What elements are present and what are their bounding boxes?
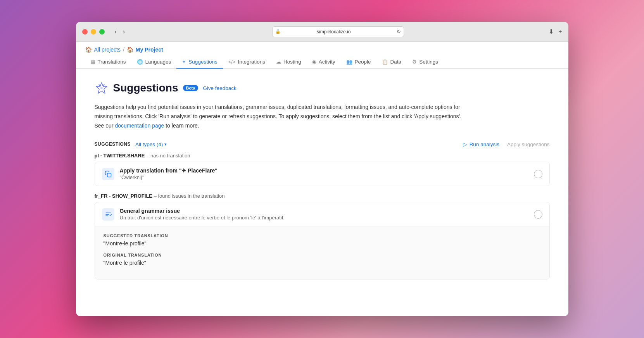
tab-translations[interactable]: ▦ Translations: [85, 56, 131, 69]
project-icon: 🏠: [127, 47, 133, 53]
page-title: Suggestions: [113, 82, 178, 94]
traffic-lights: [82, 29, 105, 34]
suggested-translation-value: "Montre-le profile": [104, 240, 541, 247]
run-analysis-label: Run analysis: [470, 141, 499, 147]
suggestion-item-2-text: General grammar issue Un trait d'union e…: [120, 208, 528, 221]
tab-people-label: People: [355, 59, 371, 65]
tab-activity-label: Activity: [319, 59, 335, 65]
suggested-translation-section: SUGGESTED TRANSLATION "Montre-le profile…: [104, 233, 541, 247]
browser-content: 🏠 All projects / 🏠 My Project ▦ Translat…: [76, 42, 568, 316]
suggestion-card-2: General grammar issue Un trait d'union e…: [95, 202, 550, 279]
filter-label: All types (4): [135, 141, 163, 147]
url-input[interactable]: [272, 26, 404, 37]
home-icon: 🏠: [85, 47, 92, 53]
locale-key-2: fr_FR - SHOW_PROFILE: [95, 193, 153, 199]
description-end-text: to learn more.: [166, 122, 199, 129]
suggestion-item-1-title: Apply translation from "✈ PlaceFlare": [120, 167, 528, 174]
suggestion-item-2-desc: Un trait d'union est nécessaire entre le…: [120, 215, 528, 221]
tab-suggestions-label: Suggestions: [188, 59, 217, 65]
download-button[interactable]: ⬇: [549, 28, 554, 35]
suggestion-group-1: pl - TWITTER.SHARE – has no translation …: [95, 153, 550, 186]
minimize-button[interactable]: [91, 29, 96, 34]
suggestions-section-label: SUGGESTIONS: [95, 141, 131, 147]
tab-integrations[interactable]: </> Integrations: [223, 56, 271, 69]
chevron-down-icon: ▾: [164, 142, 167, 147]
lock-icon: 🔒: [275, 29, 281, 34]
tab-data[interactable]: 📋 Data: [376, 56, 407, 69]
suggestion-item-1-text: Apply translation from "✈ PlaceFlare" "Ć…: [120, 167, 528, 180]
original-translation-value: "Montre le profile": [104, 260, 541, 266]
languages-icon: 🌐: [137, 59, 143, 65]
fullscreen-button[interactable]: [99, 29, 105, 34]
new-tab-button[interactable]: +: [558, 28, 562, 35]
settings-icon: ⚙: [412, 59, 417, 65]
browser-window: ‹ › 🔒 ↻ ⬇ + 🏠 All projects / 🏠 My Projec…: [76, 22, 568, 316]
toolbar-actions: ⬇ +: [549, 28, 562, 35]
nav-tabs: ▦ Translations 🌐 Languages ✦ Suggestions…: [76, 53, 568, 69]
apply-suggestions-button[interactable]: Apply suggestions: [507, 141, 550, 147]
svg-point-0: [100, 87, 103, 89]
beta-badge: Beta: [183, 85, 199, 91]
data-icon: 📋: [382, 59, 388, 65]
tab-hosting[interactable]: ☁ Hosting: [271, 56, 307, 69]
tab-data-label: Data: [390, 59, 402, 65]
toolbar-actions-right: ▷ Run analysis Apply suggestions: [463, 141, 550, 147]
tab-settings-label: Settings: [419, 59, 438, 65]
original-translation-label: ORIGINAL TRANSLATION: [104, 253, 541, 257]
issue-text-1: – has no translation: [146, 153, 190, 159]
suggestion-group-1-header: pl - TWITTER.SHARE – has no translation: [95, 153, 550, 159]
locale-key-1: pl - TWITTER.SHARE: [95, 153, 145, 159]
svg-rect-1: [107, 173, 111, 177]
run-analysis-button[interactable]: ▷ Run analysis: [463, 141, 499, 147]
all-projects-link[interactable]: All projects: [94, 47, 121, 53]
tab-activity[interactable]: ◉ Activity: [307, 56, 341, 69]
documentation-link[interactable]: documentation page: [115, 122, 164, 129]
hosting-icon: ☁: [276, 59, 281, 65]
grammar-icon: [102, 208, 114, 221]
breadcrumb: 🏠 All projects / 🏠 My Project: [76, 42, 568, 53]
tab-people[interactable]: 👥 People: [341, 56, 376, 69]
tab-settings[interactable]: ⚙ Settings: [407, 56, 444, 69]
suggestions-page-icon: [95, 81, 109, 95]
nav-arrows: ‹ ›: [112, 28, 128, 36]
suggestion-radio-1[interactable]: [534, 170, 542, 178]
issue-text-2: – found issues in the translation: [154, 193, 225, 199]
close-button[interactable]: [82, 29, 88, 34]
current-project-link[interactable]: My Project: [136, 47, 163, 53]
suggestion-item-2: General grammar issue Un trait d'union e…: [95, 202, 549, 226]
run-analysis-icon: ▷: [463, 141, 467, 147]
breadcrumb-separator: /: [123, 47, 124, 53]
forward-button[interactable]: ›: [121, 28, 127, 36]
tab-languages[interactable]: 🌐 Languages: [131, 56, 177, 69]
tab-integrations-label: Integrations: [238, 59, 265, 65]
give-feedback-link[interactable]: Give feedback: [203, 85, 236, 91]
titlebar: ‹ › 🔒 ↻ ⬇ +: [76, 22, 568, 42]
original-translation-section: ORIGINAL TRANSLATION "Montre le profile": [104, 253, 541, 266]
main-content: Suggestions Beta Give feedback Suggestio…: [76, 69, 568, 316]
translation-detail: SUGGESTED TRANSLATION "Montre-le profile…: [95, 226, 549, 279]
activity-icon: ◉: [312, 59, 316, 65]
suggestion-item-1: Apply translation from "✈ PlaceFlare" "Ć…: [95, 162, 549, 186]
suggestion-card-1: Apply translation from "✈ PlaceFlare" "Ć…: [95, 162, 550, 186]
address-bar: 🔒 ↻: [132, 26, 544, 37]
suggestion-group-2: fr_FR - SHOW_PROFILE – found issues in t…: [95, 193, 550, 279]
suggested-translation-label: SUGGESTED TRANSLATION: [104, 233, 541, 238]
suggestion-item-2-title: General grammar issue: [120, 208, 528, 214]
page-header: Suggestions Beta Give feedback: [95, 81, 550, 95]
suggestions-tab-icon: ✦: [182, 59, 186, 65]
suggestions-toolbar: SUGGESTIONS All types (4) ▾ ▷ Run analys…: [95, 141, 550, 147]
copy-icon: [102, 168, 114, 180]
back-button[interactable]: ‹: [112, 28, 119, 36]
suggestion-radio-2[interactable]: [534, 210, 542, 219]
reload-button[interactable]: ↻: [397, 29, 401, 34]
tab-suggestions[interactable]: ✦ Suggestions: [176, 56, 223, 69]
filter-dropdown[interactable]: All types (4) ▾: [135, 141, 167, 147]
suggestion-item-1-desc: "Ćwierknij": [120, 174, 528, 180]
tab-languages-label: Languages: [145, 59, 171, 65]
tab-hosting-label: Hosting: [283, 59, 301, 65]
description: Suggestions help you find potential issu…: [95, 103, 463, 130]
people-icon: 👥: [346, 59, 352, 65]
translations-icon: ▦: [91, 59, 95, 65]
integrations-icon: </>: [228, 59, 236, 65]
tab-translations-label: Translations: [98, 59, 126, 65]
